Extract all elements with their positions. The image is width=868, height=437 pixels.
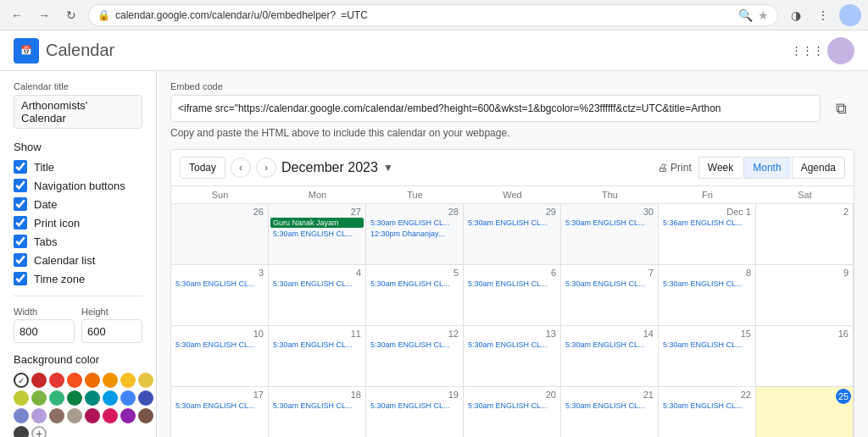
color-swatch-13[interactable] [120, 390, 136, 406]
list-item[interactable]: 5:36am ENGLISH CL... [660, 218, 754, 228]
list-item[interactable]: 5:30am ENGLISH CL... [368, 279, 461, 289]
show-tz-checkbox[interactable]: Time zone [14, 272, 142, 285]
extensions-button[interactable]: ◑ [785, 4, 807, 26]
callist-checkbox-input[interactable] [14, 253, 27, 267]
list-item[interactable]: 5:30am ENGLISH CL... [563, 218, 656, 228]
color-swatch-8[interactable] [31, 390, 47, 406]
copy-button[interactable]: ⧉ [827, 95, 854, 122]
table-row[interactable]: 27Guru Nanak Jayam5:30am ENGLISH CL... [269, 204, 366, 265]
list-item[interactable]: 5:30am ENGLISH CL... [660, 340, 754, 350]
list-item[interactable]: 5:30am ENGLISH CL... [368, 401, 461, 411]
list-item[interactable]: 5:30am ENGLISH CL... [270, 229, 364, 239]
table-row[interactable]: 26 [171, 204, 269, 265]
list-item[interactable]: 5:30am ENGLISH CL... [173, 279, 266, 289]
print-checkbox-input[interactable] [14, 216, 27, 230]
table-row[interactable]: 175:30am ENGLISH CL... [171, 387, 269, 437]
list-item[interactable]: 5:30am ENGLISH CL... [660, 401, 754, 411]
table-row[interactable]: 155:30am ENGLISH CL... [659, 326, 756, 387]
color-swatch-22[interactable] [138, 408, 153, 423]
show-date-checkbox[interactable]: Date [14, 197, 142, 211]
table-row[interactable]: 225:30am ENGLISH CL... [659, 387, 756, 437]
tabs-checkbox-input[interactable] [14, 235, 27, 248]
color-swatch-16[interactable] [31, 408, 47, 423]
color-swatch-2[interactable] [67, 373, 82, 388]
table-row[interactable]: 285:30am ENGLISH CL...12:30pm Dhananjay.… [366, 204, 464, 265]
month-view-button[interactable]: Month [743, 157, 789, 179]
table-row[interactable]: 125:30am ENGLISH CL... [366, 326, 464, 387]
apps-grid-button[interactable]: ⋮⋮⋮ [793, 37, 821, 64]
color-swatch-4[interactable] [103, 373, 118, 388]
more-button[interactable]: ⋮ [812, 4, 834, 26]
table-row[interactable]: 195:30am ENGLISH CL... [366, 387, 464, 437]
table-row[interactable]: 185:30am ENGLISH CL... [269, 387, 366, 437]
address-bar[interactable]: 🔒 calendar.google.com/calendar/u/0/embed… [88, 4, 778, 26]
height-input[interactable] [81, 319, 142, 343]
reload-button[interactable]: ↻ [61, 5, 81, 25]
table-row[interactable]: 2 [756, 204, 854, 265]
add-custom-color[interactable]: + [31, 426, 47, 437]
table-row[interactable]: 65:30am ENGLISH CL... [464, 265, 561, 326]
table-row[interactable]: 85:30am ENGLISH CL... [659, 265, 756, 326]
list-item[interactable]: 5:30am ENGLISH CL... [270, 401, 364, 411]
color-swatch-18[interactable] [67, 408, 82, 423]
table-row[interactable]: 75:30am ENGLISH CL... [561, 265, 659, 326]
list-item[interactable]: 5:30am ENGLISH CL... [563, 401, 656, 411]
show-title-checkbox[interactable]: Title [14, 160, 142, 174]
back-button[interactable]: ← [7, 5, 27, 25]
show-print-checkbox[interactable]: Print icon [14, 216, 142, 230]
forward-button[interactable]: → [34, 5, 54, 25]
list-item[interactable]: 5:30am ENGLISH CL... [465, 340, 559, 350]
color-swatch-11[interactable] [85, 390, 100, 406]
table-row[interactable]: 35:30am ENGLISH CL... [171, 265, 269, 326]
prev-month-button[interactable]: ‹ [231, 158, 251, 178]
date-checkbox-input[interactable] [14, 197, 27, 211]
table-row[interactable]: 135:30am ENGLISH CL... [464, 326, 561, 387]
agenda-view-button[interactable]: Agenda [792, 157, 845, 179]
table-row[interactable]: 45:30am ENGLISH CL... [269, 265, 366, 326]
next-month-button[interactable]: › [256, 158, 276, 178]
color-swatch-14[interactable] [138, 390, 153, 406]
table-row[interactable]: 215:30am ENGLISH CL... [561, 387, 659, 437]
user-avatar[interactable] [827, 37, 854, 64]
list-item[interactable]: 5:30am ENGLISH CL... [173, 340, 266, 350]
profile-avatar[interactable] [839, 4, 861, 26]
color-swatch-1[interactable] [49, 373, 64, 388]
color-swatch-5[interactable] [120, 373, 136, 388]
table-row[interactable]: 115:30am ENGLISH CL... [269, 326, 366, 387]
color-swatch-7[interactable] [14, 390, 29, 406]
color-swatch-0[interactable] [31, 373, 47, 388]
list-item[interactable]: 5:30am ENGLISH CL... [270, 340, 364, 350]
width-input[interactable] [14, 319, 75, 343]
table-row[interactable]: 55:30am ENGLISH CL... [366, 265, 464, 326]
color-swatch-19[interactable] [85, 408, 100, 423]
today-button[interactable]: Today [180, 157, 225, 179]
week-view-button[interactable]: Week [698, 157, 742, 179]
table-row[interactable]: 25 [756, 387, 854, 437]
table-row[interactable]: 105:30am ENGLISH CL... [171, 326, 269, 387]
list-item[interactable]: 5:30am ENGLISH CL... [368, 340, 461, 350]
table-row[interactable]: Dec 15:36am ENGLISH CL... [659, 204, 756, 265]
color-swatch-10[interactable] [67, 390, 82, 406]
table-row[interactable]: 16 [756, 326, 854, 387]
white-color-swatch[interactable]: ✓ [14, 373, 29, 388]
color-swatch-23[interactable] [14, 426, 29, 437]
color-swatch-12[interactable] [103, 390, 118, 406]
list-item[interactable]: 5:30am ENGLISH CL... [368, 218, 461, 228]
color-swatch-21[interactable] [120, 408, 136, 423]
show-tabs-checkbox[interactable]: Tabs [14, 235, 142, 248]
table-row[interactable]: 205:30am ENGLISH CL... [464, 387, 561, 437]
show-callist-checkbox[interactable]: Calendar list [14, 253, 142, 267]
list-item[interactable]: 5:30am ENGLISH CL... [660, 279, 754, 289]
color-swatch-6[interactable] [138, 373, 153, 388]
list-item[interactable]: 5:30am ENGLISH CL... [465, 218, 559, 228]
list-item[interactable]: 5:30am ENGLISH CL... [563, 279, 656, 289]
list-item[interactable]: 12:30pm Dhananjay... [368, 229, 461, 239]
table-row[interactable]: 305:30am ENGLISH CL... [561, 204, 659, 265]
list-item[interactable]: 5:30am ENGLISH CL... [563, 340, 656, 350]
color-swatch-17[interactable] [49, 408, 64, 423]
color-swatch-3[interactable] [85, 373, 100, 388]
table-row[interactable]: 295:30am ENGLISH CL... [464, 204, 561, 265]
nav-checkbox-input[interactable] [14, 179, 27, 192]
color-swatch-9[interactable] [49, 390, 64, 406]
title-checkbox-input[interactable] [14, 160, 27, 174]
